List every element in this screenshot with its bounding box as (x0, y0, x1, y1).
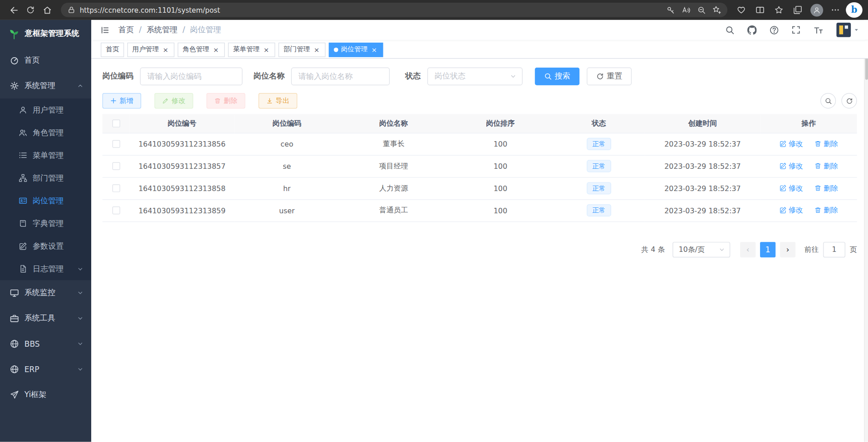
sidebar-item-bbs[interactable]: BBS (0, 331, 91, 357)
cell-actions: 修改 删除 (760, 133, 857, 155)
users-icon (19, 128, 27, 137)
sidebar-item-parameter-settings[interactable]: 参数设置 (0, 235, 91, 257)
browser-home-button[interactable] (39, 2, 55, 18)
status-badge: 正常 (587, 182, 611, 194)
help-icon[interactable] (768, 24, 780, 36)
toggle-search-button[interactable] (820, 93, 836, 108)
site-lock-icon[interactable] (68, 6, 75, 14)
goto-unit: 页 (850, 245, 857, 255)
search-button[interactable]: 搜索 (535, 68, 580, 85)
page-scrollbar[interactable] (864, 20, 868, 442)
tab-user-management[interactable]: 用户管理 (128, 42, 175, 57)
password-key-icon[interactable] (663, 3, 678, 16)
sidebar-item-dict-management[interactable]: 字典管理 (0, 212, 91, 235)
row-edit-button[interactable]: 修改 (779, 205, 803, 215)
cell-post-sort: 100 (448, 133, 553, 155)
cell-post-id: 1641030593112313856 (130, 133, 235, 155)
sidebar-item-system-management[interactable]: 系统管理 (0, 73, 91, 98)
row-checkbox[interactable] (112, 140, 120, 148)
tab-close-icon[interactable] (162, 46, 169, 54)
cell-actions: 修改 删除 (760, 199, 857, 221)
goto-page-input[interactable] (823, 242, 845, 257)
status-badge: 正常 (587, 204, 611, 216)
sidebar-item-department-management[interactable]: 部门管理 (0, 167, 91, 189)
edit-icon (162, 98, 169, 104)
url-text[interactable]: https://ccnetcore.com:1101/system/post (80, 6, 663, 14)
breadcrumb-system[interactable]: 系统管理 (134, 25, 177, 35)
sidebar-item-home[interactable]: 首页 (0, 48, 91, 73)
tab-department-management[interactable]: 部门管理 (279, 42, 326, 57)
cell-post-name: 人力资源 (339, 177, 448, 199)
row-delete-button[interactable]: 删除 (814, 161, 838, 171)
breadcrumb-home[interactable]: 首页 (118, 25, 134, 35)
page-number-button[interactable]: 1 (760, 242, 775, 257)
sidebar-item-role-management[interactable]: 角色管理 (0, 121, 91, 144)
sidebar-item-system-monitor[interactable]: 系统监控 (0, 280, 91, 305)
row-delete-button[interactable]: 删除 (814, 205, 838, 215)
cell-post-code: ceo (235, 133, 339, 155)
sidebar-item-log-management[interactable]: 日志管理 (0, 257, 91, 280)
read-aloud-icon[interactable] (679, 3, 693, 16)
tab-close-icon[interactable] (370, 46, 378, 54)
favorites-icon[interactable] (770, 2, 787, 18)
address-bar[interactable]: https://ccnetcore.com:1101/system/post (61, 3, 727, 17)
refresh-table-button[interactable] (841, 93, 857, 108)
tab-close-icon[interactable] (212, 46, 220, 54)
table-row: 1641030593112313856 ceo 董事长 100 正常 2023-… (103, 133, 857, 155)
sidebar-item-erp[interactable]: ERP (0, 357, 91, 382)
prev-page-button[interactable]: ‹ (740, 242, 755, 257)
sidebar-item-post-management[interactable]: 岗位管理 (0, 189, 91, 212)
chevron-up-icon (77, 83, 84, 89)
row-checkbox[interactable] (112, 206, 120, 214)
collections-icon[interactable] (790, 2, 806, 18)
row-edit-button[interactable]: 修改 (779, 183, 803, 193)
tab-menu-management[interactable]: 菜单管理 (228, 42, 275, 57)
browser-essentials-icon[interactable] (733, 2, 750, 18)
zoom-out-icon[interactable] (694, 3, 709, 16)
github-icon[interactable] (745, 24, 758, 36)
tab-role-management[interactable]: 角色管理 (178, 42, 225, 57)
sidebar-collapse-button[interactable] (100, 25, 110, 35)
sidebar-item-yi-framework[interactable]: Yi框架 (0, 382, 91, 408)
tab-home[interactable]: 首页 (101, 42, 124, 57)
row-checkbox[interactable] (112, 184, 120, 192)
fullscreen-icon[interactable] (790, 24, 802, 36)
status-select[interactable]: 岗位状态 (427, 68, 523, 85)
user-avatar[interactable] (836, 23, 859, 37)
export-button[interactable]: 导出 (259, 93, 297, 108)
copilot-icon[interactable]: b (846, 2, 863, 18)
row-edit-button[interactable]: 修改 (779, 161, 803, 171)
row-edit-button[interactable]: 修改 (779, 139, 803, 149)
select-all-checkbox[interactable] (112, 119, 120, 127)
status-badge: 正常 (587, 160, 611, 172)
profile-avatar[interactable] (808, 2, 825, 18)
reset-button[interactable]: 重置 (587, 68, 632, 85)
row-checkbox[interactable] (112, 162, 120, 170)
font-size-icon[interactable] (812, 24, 824, 36)
sidebar-item-system-tools[interactable]: 系统工具 (0, 305, 91, 331)
next-page-button[interactable]: › (780, 242, 795, 257)
split-screen-icon[interactable] (752, 2, 769, 18)
header-search-icon[interactable] (724, 24, 736, 36)
browser-menu-icon[interactable] (827, 2, 844, 18)
add-favorite-icon[interactable] (710, 3, 724, 16)
address-bar-icons (663, 3, 724, 16)
sidebar-item-menu-management[interactable]: 菜单管理 (0, 144, 91, 167)
id-card-icon (19, 196, 27, 205)
page-size-select[interactable]: 10条/页 (672, 242, 730, 257)
tab-close-icon[interactable] (262, 46, 270, 54)
tabs-bar: 首页 用户管理 角色管理 菜单管理 部门管理 岗位管理 (91, 40, 868, 59)
add-button[interactable]: 新增 (103, 93, 141, 108)
tab-post-management[interactable]: 岗位管理 (329, 42, 383, 57)
tab-close-icon[interactable] (313, 46, 320, 54)
topbar-actions (724, 23, 859, 37)
row-delete-button[interactable]: 删除 (814, 183, 838, 193)
header-actions: 操作 (760, 114, 857, 133)
browser-refresh-button[interactable] (22, 2, 39, 18)
sidebar-item-user-management[interactable]: 用户管理 (0, 98, 91, 121)
post-code-input[interactable] (140, 68, 243, 85)
browser-back-button[interactable] (5, 2, 22, 18)
row-delete-button[interactable]: 删除 (814, 139, 838, 149)
app-logo[interactable]: 意框架管理系统 (0, 20, 91, 48)
post-name-input[interactable] (291, 68, 390, 85)
